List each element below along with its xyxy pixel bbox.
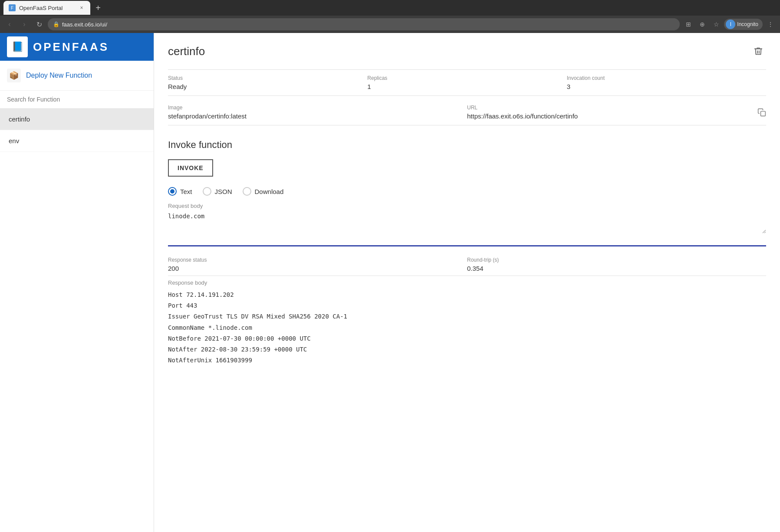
radio-text-option[interactable]: Text — [168, 187, 192, 196]
zoom-button[interactable]: ⊕ — [696, 18, 708, 30]
request-body-label: Request body — [168, 203, 766, 209]
roundtrip-label: Round-trip (s) — [467, 257, 766, 263]
tab-favicon: F — [9, 4, 16, 11]
url-value: https://faas.exit.o6s.io/function/certin… — [467, 112, 754, 120]
image-label: Image — [168, 105, 467, 111]
invocation-cell: Invocation count 3 — [567, 70, 766, 95]
deploy-icon: 📦 — [7, 69, 21, 82]
radio-text-circle — [168, 187, 177, 196]
info-grid-1: Status Ready Replicas 1 Invocation count… — [168, 69, 766, 96]
search-container — [0, 91, 154, 108]
info-grid-2: Image stefanprodan/certinfo:latest URL h… — [168, 99, 766, 125]
image-value: stefanprodan/certinfo:latest — [168, 112, 467, 120]
function-name: env — [9, 137, 19, 144]
new-tab-button[interactable]: + — [92, 2, 104, 14]
response-divider — [168, 245, 766, 246]
sidebar: 📘 OPENFAAS 📦 Deploy New Function certinf… — [0, 33, 154, 532]
tab-title: OpenFaaS Portal — [19, 5, 63, 11]
browser-toolbar: ‹ › ↻ 🔒 faas.exit.o6s.io/ui/ ⊞ ⊕ ☆ I Inc… — [0, 16, 780, 33]
main-content: certinfo Status Ready Replicas 1 — [154, 33, 780, 532]
radio-text-dot — [170, 189, 174, 194]
radio-download-label: Download — [255, 188, 284, 195]
copy-icon — [757, 108, 766, 117]
reload-button[interactable]: ↻ — [33, 18, 45, 30]
url-label: URL — [467, 105, 754, 111]
radio-text-label: Text — [180, 188, 192, 195]
roundtrip-cell: Round-trip (s) 0.354 — [467, 253, 766, 276]
radio-download-option[interactable]: Download — [243, 187, 284, 196]
response-status-value: 200 — [168, 265, 467, 272]
svg-rect-0 — [761, 111, 766, 116]
radio-download-circle — [243, 187, 251, 196]
lock-icon: 🔒 — [53, 21, 59, 27]
profile-button[interactable]: I Incognito — [724, 19, 763, 30]
delete-icon — [754, 46, 763, 56]
openfaas-logo: 📘 — [7, 36, 28, 57]
deploy-new-function-button[interactable]: 📦 Deploy New Function — [0, 61, 154, 91]
logo-emoji: 📘 — [12, 41, 23, 53]
response-body-label: Response body — [168, 279, 766, 286]
address-bar[interactable]: 🔒 faas.exit.o6s.io/ui/ — [48, 18, 680, 30]
delete-button[interactable] — [750, 43, 766, 59]
function-header: certinfo — [168, 43, 766, 59]
extensions-button[interactable]: ⊞ — [682, 18, 694, 30]
replicas-cell: Replicas 1 — [367, 70, 566, 95]
function-title: certinfo — [168, 45, 205, 58]
bookmark-button[interactable]: ☆ — [710, 18, 722, 30]
replicas-label: Replicas — [367, 75, 566, 81]
function-item-certinfo[interactable]: certinfo — [0, 108, 154, 130]
status-cell: Status Ready — [168, 70, 367, 95]
deploy-label: Deploy New Function — [26, 72, 92, 79]
status-label: Status — [168, 75, 367, 81]
menu-button[interactable]: ⋮ — [764, 18, 777, 30]
radio-json-label: JSON — [215, 188, 232, 195]
radio-json-circle — [203, 187, 211, 196]
url-text: faas.exit.o6s.io/ui/ — [62, 21, 107, 28]
profile-label: Incognito — [737, 21, 758, 27]
request-body-input[interactable]: linode.com — [168, 213, 766, 233]
tab-bar: F OpenFaaS Portal × + — [0, 0, 780, 16]
forward-button[interactable]: › — [18, 18, 30, 30]
radio-json-option[interactable]: JSON — [203, 187, 232, 196]
browser-chrome: F OpenFaaS Portal × + ‹ › ↻ 🔒 faas.exit.… — [0, 0, 780, 33]
replicas-value: 1 — [367, 83, 566, 90]
roundtrip-value: 0.354 — [467, 265, 766, 272]
response-status-cell: Response status 200 — [168, 253, 467, 276]
tab-close-button[interactable]: × — [78, 4, 85, 11]
invocation-label: Invocation count — [567, 75, 766, 81]
search-input[interactable] — [7, 96, 147, 103]
back-button[interactable]: ‹ — [3, 18, 16, 30]
image-cell: Image stefanprodan/certinfo:latest — [168, 99, 467, 125]
response-status-label: Response status — [168, 257, 467, 263]
profile-avatar: I — [726, 20, 735, 29]
sidebar-header: 📘 OPENFAAS — [0, 33, 154, 61]
function-name: certinfo — [9, 115, 30, 123]
url-cell: URL https://faas.exit.o6s.io/function/ce… — [467, 99, 766, 125]
app-container: 📘 OPENFAAS 📦 Deploy New Function certinf… — [0, 33, 780, 532]
response-type-radio-group: Text JSON Download — [168, 187, 766, 196]
active-tab[interactable]: F OpenFaaS Portal × — [3, 1, 90, 15]
invoke-section-title: Invoke function — [168, 139, 766, 151]
response-body-text: Host 72.14.191.202 Port 443 Issuer GeoTr… — [168, 289, 766, 366]
status-value: Ready — [168, 83, 367, 90]
function-item-env[interactable]: env — [0, 130, 154, 152]
toolbar-actions: ⊞ ⊕ ☆ I Incognito ⋮ — [682, 18, 777, 30]
copy-url-button[interactable] — [757, 108, 766, 117]
openfaas-title: OPENFAAS — [33, 40, 109, 54]
invoke-button[interactable]: INVOKE — [168, 159, 213, 177]
invocation-value: 3 — [567, 83, 766, 90]
function-list: certinfo env — [0, 108, 154, 532]
response-grid: Response status 200 Round-trip (s) 0.354 — [168, 253, 766, 276]
